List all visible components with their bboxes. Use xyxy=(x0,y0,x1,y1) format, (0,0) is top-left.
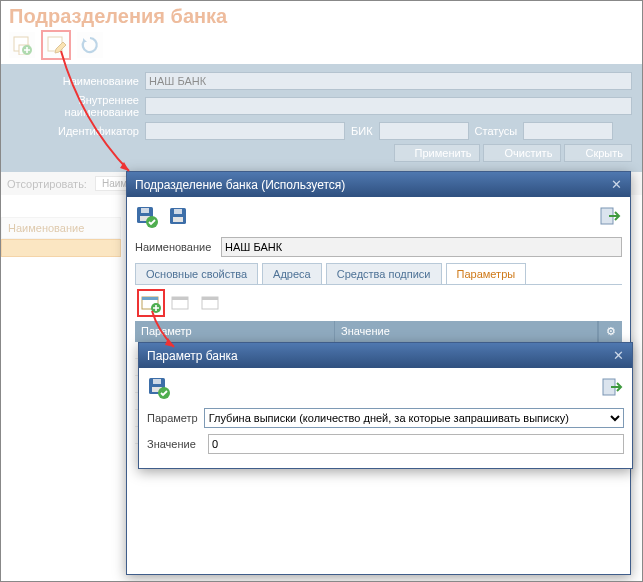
filter-bic-label: БИК xyxy=(351,125,373,137)
tab-signing[interactable]: Средства подписи xyxy=(326,263,442,284)
filter-status-input[interactable] xyxy=(523,122,613,140)
list-column-header[interactable]: Наименование xyxy=(1,217,121,239)
save-ok-icon[interactable] xyxy=(147,376,171,400)
save-ok-icon[interactable] xyxy=(135,205,159,229)
svg-rect-9 xyxy=(173,217,183,222)
page-title: Подразделения банка xyxy=(1,1,642,30)
svg-rect-13 xyxy=(142,297,158,300)
close-icon[interactable]: ✕ xyxy=(613,348,624,363)
apply-button[interactable]: Применить xyxy=(394,144,481,162)
page-toolbar xyxy=(1,30,642,64)
grid-header-value[interactable]: Значение xyxy=(335,321,598,342)
value-label: Значение xyxy=(147,438,202,450)
filter-inner-name-label: Внутреннее наименование xyxy=(11,94,139,118)
filter-name-label: Наименование xyxy=(11,75,139,87)
division-name-input[interactable] xyxy=(221,237,622,257)
svg-rect-6 xyxy=(141,208,149,213)
close-icon[interactable]: ✕ xyxy=(611,177,622,192)
exit-icon[interactable] xyxy=(600,376,624,400)
filter-id-input[interactable] xyxy=(145,122,345,140)
edit-param-icon[interactable] xyxy=(169,291,193,315)
add-icon[interactable] xyxy=(9,32,35,58)
refresh-icon[interactable] xyxy=(77,32,103,58)
exit-icon[interactable] xyxy=(598,205,622,229)
tab-addresses[interactable]: Адреса xyxy=(262,263,322,284)
svg-rect-10 xyxy=(174,209,182,214)
tab-parameters[interactable]: Параметры xyxy=(446,263,527,284)
add-param-icon[interactable] xyxy=(139,291,163,315)
value-input[interactable] xyxy=(208,434,624,454)
filter-id-label: Идентификатор xyxy=(11,125,139,137)
svg-rect-18 xyxy=(202,297,218,300)
param-select[interactable]: Глубина выписки (количество дней, за кот… xyxy=(204,408,624,428)
sort-label: Отсортировать: xyxy=(7,178,87,190)
grid-header-parameter[interactable]: Параметр xyxy=(135,321,335,342)
svg-rect-21 xyxy=(153,379,161,384)
param-label: Параметр xyxy=(147,412,198,424)
delete-param-icon[interactable] xyxy=(199,291,223,315)
save-icon[interactable] xyxy=(167,205,191,229)
filter-inner-name-input[interactable] xyxy=(145,97,632,115)
gear-icon[interactable]: ⚙ xyxy=(598,321,622,342)
tab-main-properties[interactable]: Основные свойства xyxy=(135,263,258,284)
clear-button[interactable]: Очистить xyxy=(483,144,561,162)
bank-parameter-dialog-title: Параметр банка xyxy=(147,349,238,363)
division-name-label: Наименование xyxy=(135,241,215,253)
svg-rect-16 xyxy=(172,297,188,300)
division-dialog-title: Подразделение банка (Используется) xyxy=(135,178,345,192)
edit-icon[interactable] xyxy=(43,32,69,58)
filter-name-input[interactable] xyxy=(145,72,632,90)
hide-button[interactable]: Скрыть xyxy=(564,144,632,162)
filter-status-label: Статусы xyxy=(475,125,518,137)
filter-bic-input[interactable] xyxy=(379,122,469,140)
bank-parameter-dialog: Параметр банка ✕ Параметр Глубина выписк… xyxy=(138,342,633,469)
filter-panel: Наименование Внутреннее наименование Иде… xyxy=(1,64,642,172)
list-row-selected[interactable] xyxy=(1,239,121,257)
